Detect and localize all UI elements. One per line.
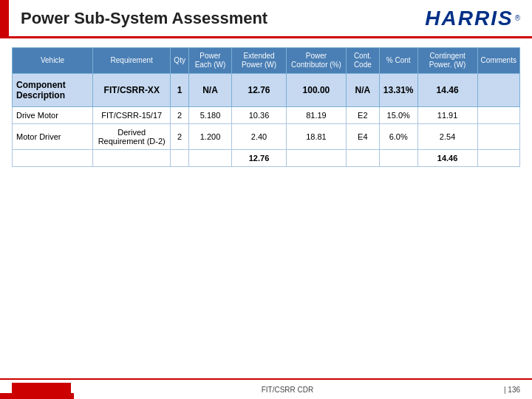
row2-contingent-power: 2.54 <box>417 124 477 150</box>
table-row: Drive Motor FIT/CSRR-15/17 2 5.180 10.36… <box>13 107 520 124</box>
footer-bottom-stripe <box>0 393 74 399</box>
logo-text: HARRIS <box>425 7 513 30</box>
bold-vehicle: Component Description <box>13 74 93 107</box>
assessment-table: Vehicle Requirement Qty Power Each (W) E… <box>12 47 520 167</box>
row2-qty: 2 <box>171 124 189 150</box>
table-header-row: Vehicle Requirement Qty Power Each (W) E… <box>13 48 520 74</box>
page-header: Power Sub-System Assessment HARRIS® <box>0 0 532 38</box>
bold-pct-cont: 13.31% <box>379 74 417 107</box>
header-red-stripe <box>0 0 9 38</box>
bold-requirement: FIT/CSRR-XX <box>93 74 171 107</box>
totals-power-contributor <box>286 150 346 167</box>
row2-requirement: Derived Requirement (D-2) <box>93 124 171 150</box>
harris-logo: HARRIS® <box>425 7 520 30</box>
row1-vehicle: Drive Motor <box>13 107 93 124</box>
bold-power-each: N/A <box>188 74 231 107</box>
totals-vehicle <box>13 150 93 167</box>
row2-power-each: 1.200 <box>188 124 231 150</box>
row2-comments <box>477 124 519 150</box>
totals-comments <box>477 150 519 167</box>
bold-power-contributor: 100.00 <box>286 74 346 107</box>
row1-cont-code: E2 <box>346 107 379 124</box>
col-power-each: Power Each (W) <box>188 48 231 74</box>
row1-power-each: 5.180 <box>188 107 231 124</box>
totals-extended-power: 12.76 <box>232 150 287 167</box>
bold-contingent-power: 14.46 <box>417 74 477 107</box>
main-content: Vehicle Requirement Qty Power Each (W) E… <box>0 38 532 176</box>
totals-power-each <box>188 150 231 167</box>
bold-cont-code: N/A <box>346 74 379 107</box>
totals-cont-code <box>346 150 379 167</box>
row1-comments <box>477 107 519 124</box>
col-power-contributor: Power Contributor (%) <box>286 48 346 74</box>
totals-row: 12.76 14.46 <box>13 150 520 167</box>
row2-power-contributor: 18.81 <box>286 124 346 150</box>
bold-comments <box>477 74 519 107</box>
row2-vehicle: Motor Driver <box>13 124 93 150</box>
totals-qty <box>171 150 189 167</box>
row1-pct-cont: 15.0% <box>379 107 417 124</box>
col-qty: Qty <box>171 48 189 74</box>
page-footer: FIT/CSRR CDR | 136 <box>0 378 532 399</box>
table-row: Motor Driver Derived Requirement (D-2) 2… <box>13 124 520 150</box>
col-comments: Comments <box>477 48 519 74</box>
totals-requirement <box>93 150 171 167</box>
component-description-row: Component Description FIT/CSRR-XX 1 N/A … <box>13 74 520 107</box>
totals-pct-cont <box>379 150 417 167</box>
col-extended-power: Extended Power (W) <box>232 48 287 74</box>
col-contingent-power: Contingent Power. (W) <box>417 48 477 74</box>
footer-center-text: FIT/CSRR CDR <box>262 386 314 394</box>
totals-contingent-power: 14.46 <box>417 150 477 167</box>
row1-power-contributor: 81.19 <box>286 107 346 124</box>
bold-extended-power: 12.76 <box>232 74 287 107</box>
bold-qty: 1 <box>171 74 189 107</box>
footer-page-number: | 136 <box>504 386 520 394</box>
row2-extended-power: 2.40 <box>232 124 287 150</box>
col-cont-code: Cont. Code <box>346 48 379 74</box>
row1-qty: 2 <box>171 107 189 124</box>
row2-cont-code: E4 <box>346 124 379 150</box>
row1-contingent-power: 11.91 <box>417 107 477 124</box>
col-pct-cont: % Cont <box>379 48 417 74</box>
logo-tm: ® <box>515 14 520 22</box>
page-title: Power Sub-System Assessment <box>21 9 425 28</box>
col-requirement: Requirement <box>93 48 171 74</box>
row1-requirement: FIT/CSRR-15/17 <box>93 107 171 124</box>
col-vehicle: Vehicle <box>13 48 93 74</box>
row1-extended-power: 10.36 <box>232 107 287 124</box>
row2-pct-cont: 6.0% <box>379 124 417 150</box>
